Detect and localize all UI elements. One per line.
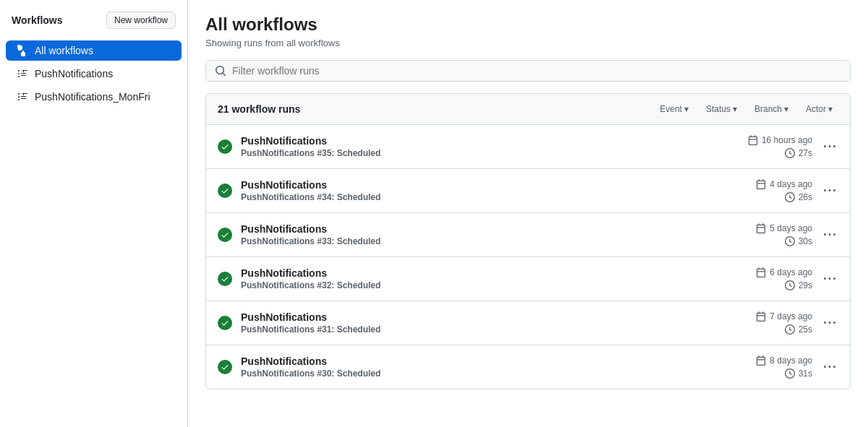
table-row: PushNotifications PushNotifications #35:… xyxy=(206,125,850,169)
workflow-file-icon-2 xyxy=(17,91,29,103)
run-duration: 27s xyxy=(799,148,812,158)
ellipsis-icon xyxy=(824,185,835,197)
workflow-info: PushNotifications PushNotifications #33:… xyxy=(241,223,717,246)
success-status-icon xyxy=(218,139,232,154)
ellipsis-icon xyxy=(824,229,835,241)
success-status-icon xyxy=(218,228,232,242)
workflow-info: PushNotifications PushNotifications #34:… xyxy=(241,179,717,202)
table-row: PushNotifications PushNotifications #34:… xyxy=(206,169,850,213)
page-title: All workflows xyxy=(205,14,851,35)
calendar-icon xyxy=(756,311,766,322)
workflow-file-icon xyxy=(17,68,29,79)
workflow-name: PushNotifications xyxy=(241,135,717,147)
workflow-name: PushNotifications xyxy=(241,311,717,323)
workflow-meta: 8 days ago 31s xyxy=(726,355,812,379)
clock-icon xyxy=(785,280,795,290)
status-filter-button[interactable]: Status ▾ xyxy=(700,101,743,117)
search-input[interactable] xyxy=(232,65,841,77)
success-status-icon xyxy=(218,360,232,374)
time-meta: 5 days ago xyxy=(756,223,812,233)
workflow-meta: 4 days ago 26s xyxy=(726,179,812,202)
clock-icon xyxy=(785,148,795,158)
more-options-button[interactable] xyxy=(821,182,838,199)
workflow-meta: 16 hours ago 27s xyxy=(726,135,812,158)
table-row: PushNotifications PushNotifications #33:… xyxy=(206,213,850,257)
workflow-run-label: PushNotifications #30: Scheduled xyxy=(241,368,717,379)
sidebar-item-label: PushNotifications xyxy=(35,68,113,79)
time-meta: 16 hours ago xyxy=(748,135,812,145)
workflow-run-label: PushNotifications #33: Scheduled xyxy=(241,236,717,246)
workflow-meta: 6 days ago 29s xyxy=(726,267,812,290)
duration-meta: 26s xyxy=(785,192,812,202)
workflow-name: PushNotifications xyxy=(241,267,717,279)
filter-buttons: Event ▾ Status ▾ Branch ▾ Actor ▾ xyxy=(654,101,838,117)
run-duration: 25s xyxy=(799,324,812,335)
success-status-icon xyxy=(218,272,232,286)
clock-icon xyxy=(785,192,795,202)
chevron-down-icon: ▾ xyxy=(733,104,737,114)
table-row: PushNotifications PushNotifications #32:… xyxy=(206,257,850,301)
workflow-info: PushNotifications PushNotifications #35:… xyxy=(241,135,717,158)
workflow-run-label: PushNotifications #35: Scheduled xyxy=(241,148,717,158)
workflow-info: PushNotifications PushNotifications #30:… xyxy=(241,355,717,379)
chevron-down-icon: ▾ xyxy=(684,104,689,114)
sidebar-item-push-notifications[interactable]: PushNotifications xyxy=(6,64,182,84)
ellipsis-icon xyxy=(824,141,835,152)
duration-meta: 31s xyxy=(785,368,812,379)
run-time: 7 days ago xyxy=(770,311,812,322)
workflow-table: 21 workflow runs Event ▾ Status ▾ Branch… xyxy=(205,93,851,389)
clock-icon xyxy=(785,324,795,335)
success-status-icon xyxy=(218,316,232,330)
run-time: 6 days ago xyxy=(770,267,812,277)
workflow-run-label: PushNotifications #34: Scheduled xyxy=(241,192,717,202)
run-count: 21 workflow runs xyxy=(218,103,648,115)
more-options-button[interactable] xyxy=(821,358,838,376)
more-options-button[interactable] xyxy=(821,226,838,243)
sidebar-item-all-workflows[interactable]: All workflows xyxy=(6,40,182,61)
ellipsis-icon xyxy=(824,317,835,329)
calendar-icon xyxy=(756,179,766,189)
workflow-run-label: PushNotifications #32: Scheduled xyxy=(241,280,717,290)
run-time: 5 days ago xyxy=(770,223,812,233)
more-options-button[interactable] xyxy=(821,314,838,332)
calendar-icon xyxy=(748,135,758,145)
search-icon xyxy=(215,65,226,77)
workflow-name: PushNotifications xyxy=(241,223,717,235)
event-filter-button[interactable]: Event ▾ xyxy=(654,101,694,117)
run-time: 8 days ago xyxy=(770,355,812,366)
sidebar-item-label: PushNotifications_MonFri xyxy=(35,91,150,103)
time-meta: 7 days ago xyxy=(756,311,812,322)
ellipsis-icon xyxy=(824,273,835,285)
more-options-button[interactable] xyxy=(821,270,838,288)
branch-filter-button[interactable]: Branch ▾ xyxy=(749,101,794,117)
run-time: 4 days ago xyxy=(770,179,812,189)
workflow-info: PushNotifications PushNotifications #31:… xyxy=(241,311,717,335)
more-options-button[interactable] xyxy=(821,138,838,155)
duration-meta: 27s xyxy=(785,148,812,158)
sidebar-title: Workflows xyxy=(12,14,63,26)
duration-meta: 29s xyxy=(785,280,812,290)
run-duration: 29s xyxy=(799,280,812,290)
duration-meta: 30s xyxy=(785,236,812,246)
actor-filter-button[interactable]: Actor ▾ xyxy=(800,101,838,117)
search-bar xyxy=(205,60,851,82)
main-content: All workflows Showing runs from all work… xyxy=(188,0,868,427)
time-meta: 4 days ago xyxy=(756,179,812,189)
table-row: PushNotifications PushNotifications #30:… xyxy=(206,345,850,389)
calendar-icon xyxy=(756,267,766,277)
sidebar-header: Workflows New workflow xyxy=(0,12,187,38)
ellipsis-icon xyxy=(824,361,835,373)
sidebar-item-label: All workflows xyxy=(35,45,93,56)
duration-meta: 25s xyxy=(785,324,812,335)
page-subtitle: Showing runs from all workflows xyxy=(205,38,851,48)
workflows-icon xyxy=(17,45,29,56)
success-status-icon xyxy=(218,184,232,198)
clock-icon xyxy=(785,236,795,246)
sidebar: Workflows New workflow All workflows Pus… xyxy=(0,0,188,427)
chevron-down-icon: ▾ xyxy=(828,104,833,114)
run-duration: 30s xyxy=(799,236,812,246)
new-workflow-button[interactable]: New workflow xyxy=(106,12,176,29)
time-meta: 6 days ago xyxy=(756,267,812,277)
sidebar-item-push-notifications-monfri[interactable]: PushNotifications_MonFri xyxy=(6,87,182,107)
run-duration: 26s xyxy=(799,192,812,202)
